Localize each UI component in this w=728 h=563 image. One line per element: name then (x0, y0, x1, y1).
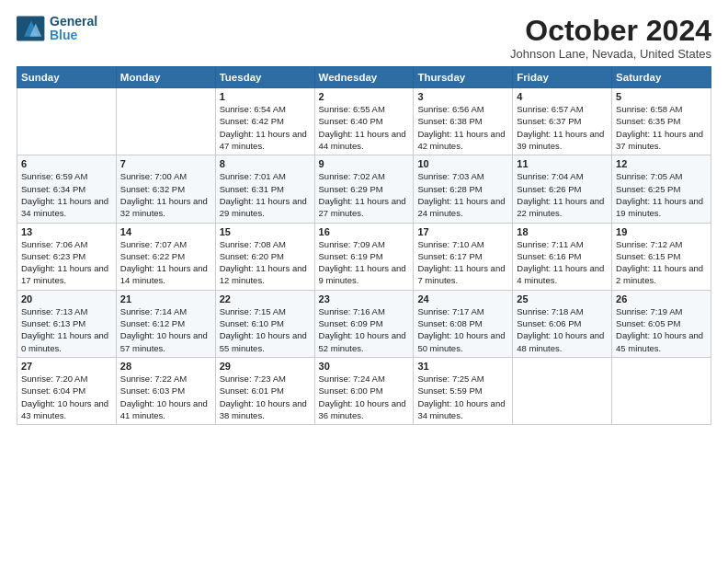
day-number: 21 (120, 293, 211, 304)
day-number: 8 (220, 158, 311, 169)
page-container: General Blue October 2024 Johnson Lane, … (0, 0, 728, 434)
calendar-week-2: 13Sunrise: 7:06 AM Sunset: 6:23 PM Dayli… (17, 223, 711, 290)
calendar-cell: 24Sunrise: 7:17 AM Sunset: 6:08 PM Dayli… (414, 290, 513, 357)
calendar-cell (513, 357, 612, 424)
day-number: 20 (21, 293, 112, 304)
cell-content: Sunrise: 7:23 AM Sunset: 6:01 PM Dayligh… (220, 373, 311, 421)
day-number: 3 (417, 91, 508, 102)
day-number: 25 (517, 293, 608, 304)
day-number: 23 (319, 293, 410, 304)
calendar-cell: 8Sunrise: 7:01 AM Sunset: 6:31 PM Daylig… (215, 155, 314, 223)
calendar-cell: 30Sunrise: 7:24 AM Sunset: 6:00 PM Dayli… (314, 357, 414, 424)
calendar-cell: 2Sunrise: 6:55 AM Sunset: 6:40 PM Daylig… (314, 88, 414, 155)
day-number: 27 (21, 361, 112, 372)
cell-content: Sunrise: 7:17 AM Sunset: 6:08 PM Dayligh… (417, 305, 508, 354)
calendar-cell (116, 88, 215, 155)
calendar-week-1: 6Sunrise: 6:59 AM Sunset: 6:34 PM Daylig… (17, 155, 711, 223)
cell-content: Sunrise: 7:02 AM Sunset: 6:29 PM Dayligh… (319, 170, 410, 219)
calendar-header-row: SundayMondayTuesdayWednesdayThursdayFrid… (17, 67, 711, 88)
day-number: 4 (517, 91, 608, 102)
logo-general: General (50, 15, 97, 29)
cell-content: Sunrise: 6:55 AM Sunset: 6:40 PM Dayligh… (319, 103, 410, 152)
calendar-cell: 29Sunrise: 7:23 AM Sunset: 6:01 PM Dayli… (215, 357, 314, 424)
cell-content: Sunrise: 7:16 AM Sunset: 6:09 PM Dayligh… (319, 305, 410, 354)
day-number: 7 (120, 158, 211, 169)
cell-content: Sunrise: 7:04 AM Sunset: 6:26 PM Dayligh… (517, 170, 608, 219)
day-number: 2 (319, 91, 410, 102)
cell-content: Sunrise: 6:56 AM Sunset: 6:38 PM Dayligh… (417, 103, 508, 152)
cell-content: Sunrise: 7:22 AM Sunset: 6:03 PM Dayligh… (120, 373, 211, 421)
calendar-cell: 6Sunrise: 6:59 AM Sunset: 6:34 PM Daylig… (17, 155, 117, 223)
calendar-cell: 1Sunrise: 6:54 AM Sunset: 6:42 PM Daylig… (215, 88, 314, 155)
calendar-cell: 11Sunrise: 7:04 AM Sunset: 6:26 PM Dayli… (513, 155, 612, 223)
day-number: 29 (220, 361, 311, 372)
cell-content: Sunrise: 7:05 AM Sunset: 6:25 PM Dayligh… (616, 170, 707, 219)
day-number: 9 (319, 158, 410, 169)
calendar-week-3: 20Sunrise: 7:13 AM Sunset: 6:13 PM Dayli… (17, 290, 711, 357)
cell-content: Sunrise: 6:54 AM Sunset: 6:42 PM Dayligh… (220, 103, 311, 152)
calendar-cell: 13Sunrise: 7:06 AM Sunset: 6:23 PM Dayli… (17, 223, 117, 290)
day-number: 16 (319, 226, 410, 237)
calendar-week-4: 27Sunrise: 7:20 AM Sunset: 6:04 PM Dayli… (17, 357, 711, 424)
cell-content: Sunrise: 7:12 AM Sunset: 6:15 PM Dayligh… (616, 238, 707, 287)
weekday-header-friday: Friday (513, 67, 612, 88)
calendar-cell: 5Sunrise: 6:58 AM Sunset: 6:35 PM Daylig… (612, 88, 711, 155)
calendar-cell: 7Sunrise: 7:00 AM Sunset: 6:32 PM Daylig… (116, 155, 215, 223)
calendar-cell: 28Sunrise: 7:22 AM Sunset: 6:03 PM Dayli… (116, 357, 215, 424)
calendar-table: SundayMondayTuesdayWednesdayThursdayFrid… (17, 66, 711, 425)
location-text: Johnson Lane, Nevada, United States (510, 47, 711, 61)
cell-content: Sunrise: 7:10 AM Sunset: 6:17 PM Dayligh… (417, 238, 508, 287)
day-number: 17 (417, 226, 508, 237)
cell-content: Sunrise: 7:01 AM Sunset: 6:31 PM Dayligh… (220, 170, 311, 219)
cell-content: Sunrise: 7:25 AM Sunset: 5:59 PM Dayligh… (417, 373, 508, 421)
cell-content: Sunrise: 7:15 AM Sunset: 6:10 PM Dayligh… (220, 305, 311, 354)
weekday-header-saturday: Saturday (612, 67, 711, 88)
day-number: 13 (21, 226, 112, 237)
day-number: 1 (220, 91, 311, 102)
cell-content: Sunrise: 6:59 AM Sunset: 6:34 PM Dayligh… (21, 170, 112, 219)
calendar-cell: 12Sunrise: 7:05 AM Sunset: 6:25 PM Dayli… (612, 155, 711, 223)
logo: General Blue (17, 15, 97, 43)
calendar-cell: 31Sunrise: 7:25 AM Sunset: 5:59 PM Dayli… (414, 357, 513, 424)
day-number: 10 (417, 158, 508, 169)
day-number: 28 (120, 361, 211, 372)
calendar-cell: 25Sunrise: 7:18 AM Sunset: 6:06 PM Dayli… (513, 290, 612, 357)
cell-content: Sunrise: 7:18 AM Sunset: 6:06 PM Dayligh… (517, 305, 608, 354)
calendar-cell: 15Sunrise: 7:08 AM Sunset: 6:20 PM Dayli… (215, 223, 314, 290)
weekday-header-sunday: Sunday (17, 67, 117, 88)
calendar-cell: 17Sunrise: 7:10 AM Sunset: 6:17 PM Dayli… (414, 223, 513, 290)
weekday-header-monday: Monday (116, 67, 215, 88)
calendar-cell: 16Sunrise: 7:09 AM Sunset: 6:19 PM Dayli… (314, 223, 414, 290)
day-number: 6 (21, 158, 112, 169)
cell-content: Sunrise: 7:14 AM Sunset: 6:12 PM Dayligh… (120, 305, 211, 354)
logo-blue: Blue (50, 29, 97, 42)
day-number: 5 (616, 91, 707, 102)
day-number: 22 (220, 293, 311, 304)
calendar-cell: 18Sunrise: 7:11 AM Sunset: 6:16 PM Dayli… (513, 223, 612, 290)
cell-content: Sunrise: 7:13 AM Sunset: 6:13 PM Dayligh… (21, 305, 112, 354)
calendar-cell: 23Sunrise: 7:16 AM Sunset: 6:09 PM Dayli… (314, 290, 414, 357)
cell-content: Sunrise: 7:03 AM Sunset: 6:28 PM Dayligh… (417, 170, 508, 219)
cell-content: Sunrise: 7:24 AM Sunset: 6:00 PM Dayligh… (319, 373, 410, 421)
cell-content: Sunrise: 7:06 AM Sunset: 6:23 PM Dayligh… (21, 238, 112, 287)
calendar-cell: 26Sunrise: 7:19 AM Sunset: 6:05 PM Dayli… (612, 290, 711, 357)
cell-content: Sunrise: 7:20 AM Sunset: 6:04 PM Dayligh… (21, 373, 112, 421)
day-number: 18 (517, 226, 608, 237)
logo-text-block: General Blue (50, 15, 97, 43)
weekday-header-thursday: Thursday (414, 67, 513, 88)
calendar-cell: 21Sunrise: 7:14 AM Sunset: 6:12 PM Dayli… (116, 290, 215, 357)
cell-content: Sunrise: 7:08 AM Sunset: 6:20 PM Dayligh… (220, 238, 311, 287)
day-number: 31 (417, 361, 508, 372)
cell-content: Sunrise: 7:07 AM Sunset: 6:22 PM Dayligh… (120, 238, 211, 287)
calendar-cell: 4Sunrise: 6:57 AM Sunset: 6:37 PM Daylig… (513, 88, 612, 155)
day-number: 11 (517, 158, 608, 169)
cell-content: Sunrise: 7:00 AM Sunset: 6:32 PM Dayligh… (120, 170, 211, 219)
day-number: 24 (417, 293, 508, 304)
day-number: 26 (616, 293, 707, 304)
calendar-cell: 19Sunrise: 7:12 AM Sunset: 6:15 PM Dayli… (612, 223, 711, 290)
cell-content: Sunrise: 7:11 AM Sunset: 6:16 PM Dayligh… (517, 238, 608, 287)
calendar-cell (612, 357, 711, 424)
weekday-header-tuesday: Tuesday (215, 67, 314, 88)
month-title: October 2024 (510, 15, 711, 47)
calendar-cell: 27Sunrise: 7:20 AM Sunset: 6:04 PM Dayli… (17, 357, 117, 424)
